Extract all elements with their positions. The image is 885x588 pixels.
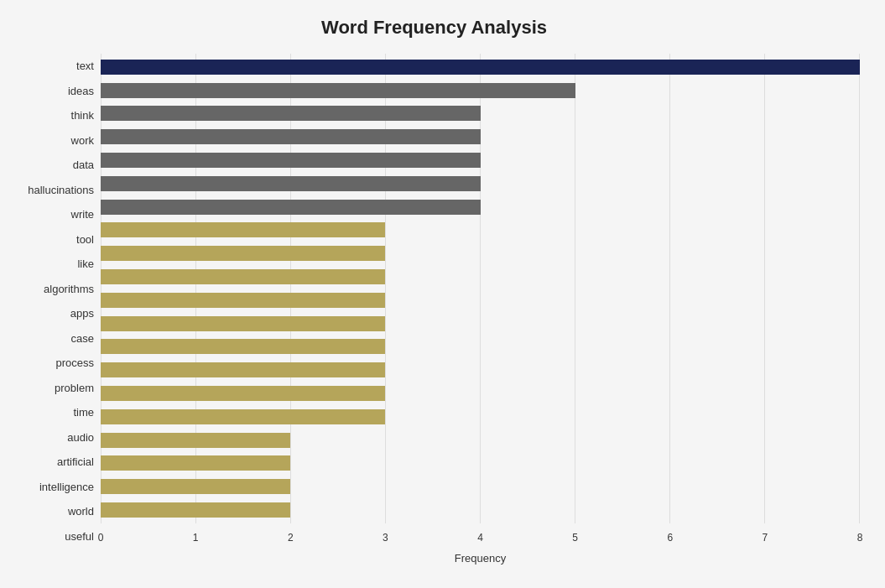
y-label: like [8, 253, 94, 275]
y-label: tool [8, 228, 94, 250]
bars-inner [101, 54, 860, 523]
y-label: world [8, 501, 94, 523]
chart-area: textideasthinkworkdatahallucinationswrit… [8, 54, 860, 549]
y-label: hallucinations [8, 179, 94, 200]
bar-row [101, 151, 860, 169]
bar-row [101, 384, 860, 403]
y-label: ideas [8, 80, 94, 101]
y-label: work [8, 129, 94, 151]
y-label: problem [8, 377, 94, 398]
y-label: audio [8, 426, 94, 448]
bar [101, 409, 385, 424]
bar-row [101, 501, 860, 519]
y-label: time [8, 402, 94, 424]
x-axis-title: Frequency [8, 552, 860, 565]
bar-row [101, 361, 860, 379]
y-label: text [8, 55, 94, 77]
bar-row [101, 81, 860, 100]
bar [101, 153, 481, 168]
bar [101, 339, 385, 354]
y-label: artificial [8, 451, 94, 473]
y-label: apps [8, 303, 94, 325]
y-label: process [8, 352, 94, 374]
bar-row [101, 221, 860, 239]
bar-row [101, 58, 860, 76]
bars-area: 012345678 [101, 54, 860, 549]
bar-row [101, 337, 860, 356]
y-label: think [8, 105, 94, 127]
bar [101, 106, 481, 121]
y-label: data [8, 154, 94, 176]
bar [101, 293, 385, 308]
bar-row [101, 174, 860, 193]
bar [101, 222, 385, 237]
bar [101, 269, 385, 284]
chart-container: Word Frequency Analysis textideasthinkwo… [0, 0, 885, 588]
bar-row [101, 408, 860, 426]
bar [101, 246, 385, 261]
x-axis-labels: 012345678 [101, 523, 860, 549]
chart-title: Word Frequency Analysis [8, 17, 860, 39]
bar [101, 362, 385, 377]
bar-row [101, 127, 860, 146]
y-label: useful [8, 525, 94, 547]
bar [101, 455, 290, 471]
y-label: intelligence [8, 476, 94, 497]
y-labels: textideasthinkworkdatahallucinationswrit… [8, 54, 101, 549]
y-label: algorithms [8, 278, 94, 299]
bar-row [101, 268, 860, 286]
bar [101, 479, 290, 494]
bar-row [101, 198, 860, 216]
bar [101, 83, 575, 98]
y-label: case [8, 327, 94, 349]
bar [101, 60, 860, 75]
bar [101, 129, 481, 144]
y-label: write [8, 204, 94, 226]
bar-row [101, 454, 860, 472]
bar [101, 200, 481, 215]
bar-row [101, 315, 860, 333]
bar-row [101, 291, 860, 310]
bar-row [101, 104, 860, 122]
bar [101, 176, 481, 191]
bar [101, 386, 385, 401]
bar-row [101, 244, 860, 263]
bar [101, 316, 385, 331]
bar-row [101, 477, 860, 496]
bar [101, 433, 290, 448]
bar [101, 502, 290, 518]
bar-row [101, 431, 860, 450]
